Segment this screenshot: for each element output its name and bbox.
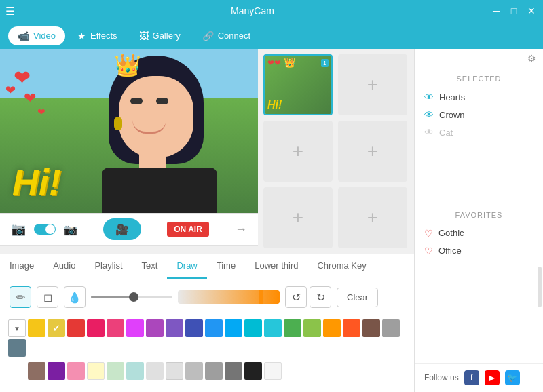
color-teal[interactable] <box>264 319 282 337</box>
nav-bar: 📹 Video ★ Effects 🖼 Gallery 🔗 Connect <box>0 22 543 49</box>
right-panel: ⚙ SELECTED 👁 Hearts 👁 Crown 👁 Cat FAVORI… <box>414 49 543 392</box>
color-deeporange[interactable] <box>343 319 360 337</box>
cat-label: Cat <box>439 128 453 138</box>
color-lightgreen[interactable] <box>303 319 321 337</box>
thumbnail-1[interactable]: ❤❤ 👑 1 Hi! <box>263 54 333 115</box>
connect-nav-icon: 🔗 <box>202 31 214 41</box>
panel-header: ⚙ <box>415 49 543 68</box>
controls-bar: 📷 📷 🎥 ON AIR → <box>0 213 258 246</box>
opacity-slider[interactable] <box>178 290 280 304</box>
selected-cat[interactable]: 👁 Cat <box>424 123 533 141</box>
tab-lower-third[interactable]: Lower third <box>245 254 307 279</box>
heart-3: ❤ <box>5 83 16 98</box>
color-palegreen[interactable] <box>107 362 124 380</box>
title-bar: ☰ ManyCam ─ □ ✕ <box>0 0 543 22</box>
thumbnail-grid: ❤❤ 👑 1 Hi! + + + + <box>258 49 413 254</box>
settings-icon[interactable]: ⚙ <box>527 53 536 64</box>
nav-gallery[interactable]: 🖼 Gallery <box>130 26 190 45</box>
color-paleteal[interactable] <box>126 362 144 380</box>
color-grey[interactable] <box>382 319 400 337</box>
eraser-tool[interactable]: ◻ <box>37 286 58 308</box>
color-cyan[interactable] <box>244 319 262 337</box>
color-verylightgrey[interactable] <box>146 362 164 380</box>
nav-video[interactable]: 📹 Video <box>8 26 65 45</box>
tab-time[interactable]: Time <box>207 254 245 279</box>
close-button[interactable]: ✕ <box>525 5 538 16</box>
color-lightgrey2[interactable] <box>166 362 183 380</box>
color-violet[interactable] <box>166 319 183 337</box>
thumbnail-2[interactable]: + <box>338 54 407 115</box>
tab-playlist[interactable]: Playlist <box>85 254 132 279</box>
camera-toggle[interactable] <box>34 224 56 235</box>
favorites-gothic[interactable]: ♡ Gothic <box>424 224 533 242</box>
nav-effects[interactable]: ★ Effects <box>68 26 127 45</box>
nav-connect[interactable]: 🔗 Connect <box>193 26 260 45</box>
color-black[interactable] <box>244 362 262 380</box>
gothic-label: Gothic <box>438 228 464 238</box>
color-darkpurple[interactable] <box>48 362 65 380</box>
tab-draw[interactable]: Draw <box>167 254 206 279</box>
color-pink[interactable] <box>87 319 105 337</box>
color-orange[interactable] <box>323 319 341 337</box>
color-green[interactable] <box>284 319 301 337</box>
color-midgrey[interactable] <box>185 362 203 380</box>
hearts-label: Hearts <box>439 92 465 102</box>
youtube-button[interactable]: ▶ <box>485 370 500 385</box>
thumbnail-5[interactable]: + <box>263 187 333 248</box>
color-darkgrey[interactable] <box>225 362 242 380</box>
selected-hearts[interactable]: 👁 Hearts <box>424 88 533 106</box>
favorites-office[interactable]: ♡ Office <box>424 242 533 260</box>
color-lightyellow[interactable] <box>87 362 105 380</box>
twitter-button[interactable]: 🐦 <box>505 370 520 385</box>
next-arrow[interactable]: → <box>235 222 247 237</box>
undo-button[interactable]: ↺ <box>285 286 307 308</box>
color-blue[interactable] <box>205 319 223 337</box>
gallery-nav-icon: 🖼 <box>139 31 149 41</box>
maximize-button[interactable]: □ <box>508 5 520 16</box>
minimize-button[interactable]: ─ <box>490 5 502 16</box>
tab-audio[interactable]: Audio <box>43 254 85 279</box>
color-purple1[interactable] <box>126 319 144 337</box>
color-hotpink[interactable] <box>107 319 124 337</box>
color-bluegrey[interactable] <box>8 339 26 357</box>
on-air-badge: ON AIR <box>167 222 209 237</box>
color-brown2[interactable] <box>28 362 45 380</box>
color-lightblue[interactable] <box>225 319 242 337</box>
clear-button[interactable]: Clear <box>337 288 378 307</box>
fill-tool[interactable]: 💧 <box>64 286 86 308</box>
color-lightpink[interactable] <box>67 362 85 380</box>
nav-connect-label: Connect <box>218 31 250 41</box>
size-slider-container[interactable] <box>91 290 172 304</box>
color-yellow[interactable] <box>28 319 45 337</box>
color-yellow2[interactable]: ✓ <box>48 319 65 337</box>
color-white[interactable] <box>264 362 282 380</box>
selected-label: SELECTED <box>424 75 533 83</box>
color-brown[interactable] <box>362 319 380 337</box>
camera-on-icon[interactable]: 📷 <box>11 222 26 237</box>
undo-redo-group: ↺ ↻ <box>285 286 331 308</box>
tab-text[interactable]: Text <box>132 254 168 279</box>
menu-icon[interactable]: ☰ <box>5 5 15 18</box>
heart-2: ❤ <box>24 90 36 107</box>
facebook-button[interactable]: f <box>464 370 479 385</box>
color-purple2[interactable] <box>146 319 164 337</box>
tab-chroma-key[interactable]: Chroma Key <box>307 254 375 279</box>
color-red[interactable] <box>67 319 85 337</box>
thumbnail-4[interactable]: + <box>338 121 407 182</box>
selected-crown[interactable]: 👁 Crown <box>424 106 533 123</box>
favorites-label: FAVORITES <box>424 211 533 219</box>
pen-tool[interactable]: ✏ <box>10 286 31 308</box>
main-area: 👑 ❤ ❤ ❤ ❤ Hi! 📷 📷 <box>0 49 543 392</box>
color-dropdown[interactable]: ▼ <box>8 319 26 337</box>
redo-button[interactable]: ↻ <box>310 286 331 308</box>
scrollbar[interactable] <box>538 267 542 307</box>
tab-image[interactable]: Image <box>0 254 43 279</box>
thumbnail-6[interactable]: + <box>338 187 407 248</box>
record-button[interactable]: 🎥 <box>103 218 141 240</box>
snapshot-icon[interactable]: 📷 <box>64 223 77 236</box>
color-indigo[interactable] <box>185 319 203 337</box>
color-grey2[interactable] <box>205 362 223 380</box>
thumbnail-3[interactable]: + <box>263 121 333 182</box>
nav-effects-label: Effects <box>90 31 117 41</box>
effects-nav-icon: ★ <box>77 31 86 41</box>
